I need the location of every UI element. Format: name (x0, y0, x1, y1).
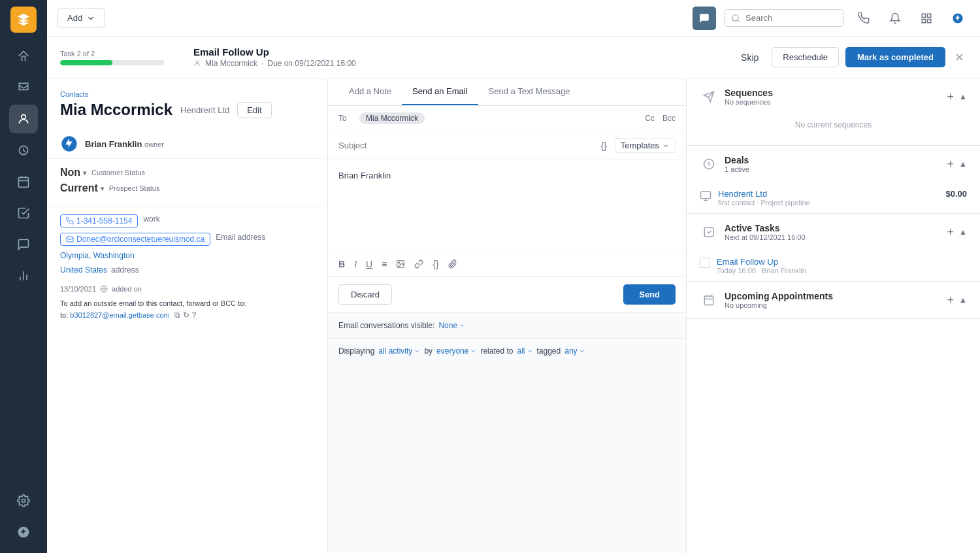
add-label: Add (67, 13, 82, 23)
search-box[interactable] (724, 9, 844, 27)
tab-add-note[interactable]: Add a Note (338, 78, 402, 105)
task-checkbox[interactable] (700, 258, 710, 268)
code-block-button[interactable]: {} (433, 259, 438, 269)
skip-button[interactable]: Skip (734, 48, 765, 67)
sidebar-item-home[interactable] (9, 42, 38, 71)
any-dropdown[interactable]: any (564, 346, 585, 356)
upcoming-appointments-add-button[interactable]: + (947, 293, 955, 307)
svg-rect-8 (928, 19, 931, 22)
task-progress-fill (60, 60, 112, 65)
send-button[interactable]: Send (623, 284, 676, 305)
sidebar-item-reports[interactable] (9, 261, 38, 290)
sidebar-item-zendesk[interactable] (9, 518, 38, 546)
sidebar-item-contacts[interactable] (9, 105, 38, 133)
svg-point-4 (732, 14, 738, 20)
discard-button[interactable]: Discard (338, 284, 392, 305)
add-button[interactable]: Add (57, 8, 105, 27)
sequences-header[interactable]: Sequences No sequences + ▲ (687, 78, 980, 115)
link-button[interactable] (414, 260, 423, 269)
subject-tools: {} Templates (600, 138, 676, 153)
email-body[interactable]: Brian Franklin (328, 160, 686, 252)
bcc-email-link[interactable]: b3012827@email.getbase.com (70, 311, 169, 319)
svg-point-3 (22, 499, 25, 503)
cc-button[interactable]: Cc (645, 114, 655, 123)
email-type: Email address (216, 233, 265, 242)
upcoming-appointments-title: Upcoming Appointments (725, 291, 833, 301)
phone-badge[interactable]: 1-341-558-1154 (60, 214, 138, 227)
activity-dropdown[interactable]: all activity (378, 346, 420, 356)
sidebar-item-tasks[interactable] (9, 199, 38, 227)
chat-icon-button[interactable] (693, 7, 716, 30)
attachment-button[interactable] (448, 260, 457, 269)
breadcrumb[interactable]: Contacts (60, 90, 314, 98)
task-bar: Task 2 of 2 Email Follow Up Mia Mccormic… (47, 37, 980, 78)
to-label: To (338, 114, 354, 123)
zendesk-logo-button[interactable] (946, 7, 970, 30)
sidebar-item-deals[interactable] (9, 136, 38, 165)
underline-button[interactable]: U (366, 259, 372, 269)
task-title: Email Follow Up (193, 46, 719, 58)
location-row: Olympia, Washington United States addres… (60, 251, 314, 275)
bold-button[interactable]: B (338, 259, 345, 269)
help-icon[interactable]: ? (192, 309, 197, 321)
email-badge[interactable]: Donec@orciconsectetuereuismod.ca (60, 233, 210, 246)
sequences-add-button[interactable]: + (947, 90, 955, 104)
grid-icon-button[interactable] (915, 7, 938, 30)
deals-header[interactable]: Deals 1 active + ▲ (687, 146, 980, 182)
complete-button[interactable]: Mark as completed (845, 47, 945, 67)
deals-section: Deals 1 active + ▲ Hendrerit Ltd (687, 146, 980, 214)
search-input[interactable] (745, 13, 837, 23)
subject-input[interactable] (338, 141, 600, 150)
close-task-button[interactable]: ✕ (952, 48, 967, 67)
active-tasks-section: Active Tasks Next at 09/12/2021 16:00 + … (687, 214, 980, 282)
visibility-label: Email conversations visible: (338, 321, 434, 330)
phone-icon-button[interactable] (852, 7, 875, 30)
deal-name[interactable]: Hendrerit Ltd (718, 189, 939, 199)
sidebar-logo[interactable] (10, 7, 37, 33)
bell-icon-button[interactable] (883, 7, 907, 30)
sidebar-item-settings[interactable] (9, 486, 38, 515)
phone-icon (66, 217, 74, 225)
active-tasks-header[interactable]: Active Tasks Next at 09/12/2021 16:00 + … (687, 214, 980, 250)
visibility-dropdown[interactable]: None (438, 321, 465, 330)
italic-button[interactable]: I (354, 259, 357, 269)
city-link[interactable]: Olympia, Washington (60, 251, 135, 260)
prospect-status-value[interactable]: Current ▾ (60, 182, 104, 194)
upcoming-appointments-collapse-button[interactable]: ▲ (959, 295, 967, 305)
svg-rect-16 (704, 227, 713, 237)
owner-name: Brian Franklin (85, 139, 142, 149)
templates-dropdown[interactable]: Templates (615, 138, 676, 153)
refresh-icon[interactable]: ↻ (183, 309, 189, 321)
displaying-label: Displaying (338, 346, 374, 356)
sequences-collapse-button[interactable]: ▲ (959, 92, 967, 101)
to-recipient-chip[interactable]: Mia Mccormick (359, 112, 425, 124)
task-item: Email Follow Up Today 16:00 · Brian Fran… (687, 250, 980, 281)
list-button[interactable]: ≡ (382, 259, 387, 269)
upcoming-appointments-header[interactable]: Upcoming Appointments No upcoming + ▲ (687, 282, 980, 318)
image-button[interactable] (396, 260, 405, 269)
bcc-button[interactable]: Bcc (662, 114, 676, 123)
composer-actions: Discard Send (328, 276, 686, 312)
country-address: United States address (60, 265, 139, 275)
sidebar-item-inbox[interactable] (9, 73, 38, 102)
sidebar-item-chat[interactable] (9, 230, 38, 259)
active-tasks-collapse-button[interactable]: ▲ (959, 227, 967, 237)
tab-send-email[interactable]: Send an Email (402, 78, 478, 105)
reschedule-button[interactable]: Reschedule (772, 47, 839, 67)
everyone-dropdown[interactable]: everyone (436, 346, 476, 356)
deals-collapse-button[interactable]: ▲ (959, 159, 967, 169)
sidebar-item-calendar[interactable] (9, 167, 38, 196)
tab-send-text[interactable]: Send a Text Message (478, 78, 581, 105)
all-dropdown[interactable]: all (517, 346, 532, 356)
active-tasks-add-button[interactable]: + (947, 226, 955, 239)
edit-button[interactable]: Edit (237, 102, 271, 118)
phone-type: work (143, 214, 159, 224)
code-template-icon[interactable]: {} (600, 141, 606, 151)
email-tabs: Add a Note Send an Email Send a Text Mes… (328, 78, 686, 106)
deals-add-button[interactable]: + (947, 158, 955, 171)
country-link[interactable]: United States (60, 265, 107, 275)
copy-icon[interactable]: ⧉ (174, 309, 180, 321)
task-item-title[interactable]: Email Follow Up (717, 257, 967, 267)
customer-status-value[interactable]: Non ▾ (60, 167, 86, 178)
sequences-sub: No sequences (725, 98, 773, 106)
